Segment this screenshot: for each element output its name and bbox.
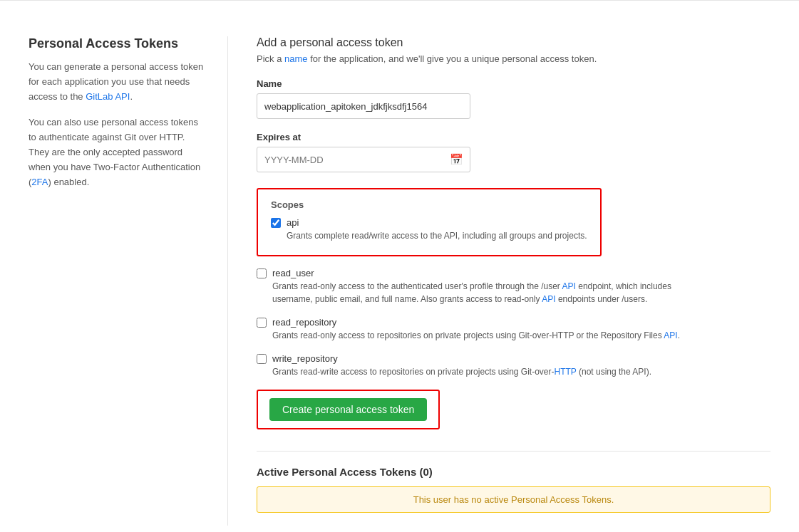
scope-checkbox-write-repository[interactable] — [257, 354, 267, 364]
name-label: Name — [257, 78, 770, 89]
scope-header-api: api — [271, 217, 587, 228]
gitlab-api-link[interactable]: GitLab API — [86, 91, 130, 102]
scope-checkbox-read-repository[interactable] — [257, 318, 267, 328]
http-link-write-repo[interactable]: HTTP — [555, 367, 577, 377]
api-link-read-repo[interactable]: API — [664, 330, 677, 340]
scope-item-api: api Grants complete read/write access to… — [271, 217, 587, 242]
scope-description-read-repository: Grants read-only access to repositories … — [272, 329, 700, 342]
create-btn-wrapper: Create personal access token — [257, 390, 440, 429]
sidebar: Personal Access Tokens You can generate … — [29, 36, 228, 526]
main-content: Add a personal access token Pick a name … — [228, 36, 770, 526]
sidebar-title: Personal Access Tokens — [29, 36, 206, 51]
scope-item-read-repository: read_repository Grants read-only access … — [257, 317, 770, 342]
scope-item-read-user: read_user Grants read-only access to the… — [257, 268, 770, 306]
scope-name-read-repository[interactable]: read_repository — [272, 317, 336, 328]
add-token-section-title: Add a personal access token — [257, 36, 770, 49]
create-personal-access-token-button[interactable]: Create personal access token — [269, 398, 427, 421]
expires-input-wrapper: 📅 — [257, 147, 470, 172]
section-divider — [257, 451, 770, 452]
scopes-title: Scopes — [271, 199, 587, 210]
active-tokens-title: Active Personal Access Tokens (0) — [257, 466, 770, 478]
scope-header-read-repository: read_repository — [257, 317, 770, 328]
scope-checkbox-read-user[interactable] — [257, 268, 267, 278]
name-link[interactable]: name — [284, 53, 308, 64]
sidebar-paragraph2: You can also use personal access tokens … — [29, 115, 206, 189]
expires-input[interactable] — [257, 147, 470, 172]
name-input[interactable] — [257, 93, 470, 119]
no-tokens-message: This user has no active Personal Access … — [413, 494, 614, 505]
no-tokens-banner: This user has no active Personal Access … — [257, 486, 770, 513]
scope-header-write-repository: write_repository — [257, 353, 770, 364]
scope-name-write-repository[interactable]: write_repository — [272, 353, 338, 364]
expires-label: Expires at — [257, 132, 770, 142]
api-link-read-user2[interactable]: API — [542, 294, 555, 304]
scope-checkbox-api[interactable] — [271, 218, 281, 228]
2fa-link[interactable]: 2FA — [31, 177, 48, 187]
scope-name-read-user[interactable]: read_user — [272, 268, 314, 278]
scope-description-api: Grants complete read/write access to the… — [287, 229, 587, 242]
api-link-read-user[interactable]: API — [562, 281, 576, 291]
scope-name-api[interactable]: api — [287, 217, 299, 228]
scope-description-read-user: Grants read-only access to the authentic… — [272, 280, 700, 306]
scopes-section-wrapper: Scopes api Grants complete read/write ac… — [257, 188, 770, 256]
add-token-subtitle: Pick a name for the application, and we'… — [257, 53, 770, 64]
scope-description-write-repository: Grants read-write access to repositories… — [272, 365, 700, 378]
scopes-section: Scopes api Grants complete read/write ac… — [257, 188, 602, 256]
additional-scopes: read_user Grants read-only access to the… — [257, 268, 770, 378]
scope-header-read-user: read_user — [257, 268, 770, 278]
sidebar-paragraph1: You can generate a personal access token… — [29, 60, 206, 104]
scope-item-write-repository: write_repository Grants read-write acces… — [257, 353, 770, 378]
